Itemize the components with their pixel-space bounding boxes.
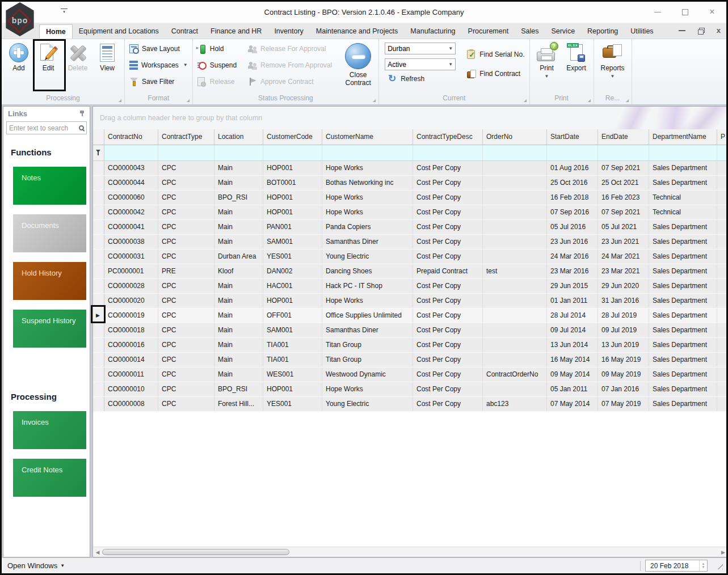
- filter-cell-contract-no[interactable]: [104, 145, 158, 160]
- table-row[interactable]: CO0000044CPCMainBOT0001Bothas Networking…: [93, 176, 726, 191]
- grid-cell-start-date[interactable]: 28 Jul 2014: [547, 308, 598, 323]
- grid-cell-customer-name[interactable]: Hope Works: [322, 382, 413, 396]
- tab-reporting[interactable]: Reporting: [581, 24, 624, 39]
- tab-inventory[interactable]: Inventory: [268, 24, 309, 39]
- grid-cell-customer-name[interactable]: Titan Group: [322, 353, 413, 367]
- row-indicator[interactable]: [93, 367, 104, 382]
- grid-cell-contract-type-desc[interactable]: Cost Per Copy: [413, 191, 483, 205]
- grid-cell-customer-name[interactable]: Hope Works: [322, 205, 413, 219]
- tab-home[interactable]: Home: [39, 24, 73, 39]
- spin-down-icon[interactable]: ▼: [702, 566, 705, 569]
- grid-cell-customer-name[interactable]: Office Supplies Unlimited: [322, 308, 413, 323]
- grid-cell-location[interactable]: Main: [214, 294, 263, 308]
- grid-cell-start-date[interactable]: 16 May 2014: [547, 353, 598, 367]
- filter-cell-department-name[interactable]: [649, 145, 717, 160]
- grid-cell-order-no[interactable]: [483, 191, 547, 205]
- grid-cell-start-date[interactable]: 01 Jan 2011: [547, 294, 598, 308]
- grid-cell-partial[interactable]: [717, 176, 726, 190]
- grid-cell-end-date[interactable]: 29 Jun 2020: [598, 279, 649, 293]
- grid-cell-partial[interactable]: [717, 338, 726, 352]
- grid-cell-department-name[interactable]: Sales Department: [649, 250, 717, 264]
- table-row[interactable]: CO0000042CPCMainHOP001Hope WorksCost Per…: [93, 205, 726, 220]
- grid-cell-start-date[interactable]: 25 Oct 2016: [547, 176, 598, 190]
- grid-cell-contract-no[interactable]: CO0000060: [104, 191, 158, 205]
- grid-cell-contract-no[interactable]: CO0000014: [104, 353, 158, 367]
- grid-cell-order-no[interactable]: [483, 250, 547, 264]
- row-indicator[interactable]: [93, 191, 104, 205]
- grid-cell-contract-type[interactable]: CPC: [158, 250, 214, 264]
- grid-cell-customer-code[interactable]: BOT0001: [263, 176, 322, 190]
- grid-cell-customer-name[interactable]: Samanthas Diner: [322, 235, 413, 249]
- grid-cell-contract-type-desc[interactable]: Cost Per Copy: [413, 176, 483, 190]
- grid-cell-customer-code[interactable]: OFF001: [263, 308, 322, 323]
- grid-cell-contract-type[interactable]: CPC: [158, 323, 214, 337]
- grid-cell-partial[interactable]: [717, 161, 726, 175]
- grid-cell-location[interactable]: Main: [214, 323, 263, 337]
- date-field[interactable]: 20 Feb 2018 ▲ ▼: [645, 560, 708, 572]
- grid-cell-order-no[interactable]: [483, 279, 547, 293]
- maximize-button[interactable]: [679, 6, 691, 18]
- grid-cell-location[interactable]: Main: [214, 176, 263, 190]
- grid-cell-contract-type[interactable]: CPC: [158, 191, 214, 205]
- grid-cell-contract-type[interactable]: CPC: [158, 176, 214, 190]
- grid-cell-end-date[interactable]: 24 Mar 2021: [598, 250, 649, 264]
- grid-cell-end-date[interactable]: 05 Jul 2021: [598, 220, 649, 234]
- table-row[interactable]: CO0000043CPCMainHOP001Hope WorksCost Per…: [93, 161, 726, 176]
- tab-equipment-and-locations[interactable]: Equipment and Locations: [73, 24, 165, 39]
- grid-cell-order-no[interactable]: [483, 294, 547, 308]
- grid-cell-end-date[interactable]: 16 May 2019: [598, 353, 649, 367]
- sidebar-button-suspend-history[interactable]: Suspend History: [13, 310, 86, 348]
- grid-cell-partial[interactable]: [717, 382, 726, 396]
- grid-cell-department-name[interactable]: Sales Department: [649, 235, 717, 249]
- grid-cell-contract-no[interactable]: CO0000018: [104, 323, 158, 337]
- tab-contract[interactable]: Contract: [165, 24, 204, 39]
- grid-cell-contract-type-desc[interactable]: Cost Per Copy: [413, 353, 483, 367]
- row-indicator[interactable]: [93, 250, 104, 264]
- grid-cell-location[interactable]: Main: [214, 220, 263, 234]
- tab-manufacturing[interactable]: Manufacturing: [404, 24, 461, 39]
- grid-cell-location[interactable]: Main: [214, 338, 263, 352]
- grid-cell-department-name[interactable]: Technical: [649, 205, 717, 219]
- export-button[interactable]: XLSX Export: [562, 40, 591, 72]
- sidebar-button-credit-notes[interactable]: Credit Notes: [13, 459, 86, 497]
- search-input[interactable]: [9, 124, 79, 132]
- minimize-button[interactable]: [651, 6, 664, 18]
- grid-cell-contract-type-desc[interactable]: Prepaid Contract: [413, 264, 483, 278]
- filter-cell-contract-type[interactable]: [158, 145, 214, 160]
- tab-maintenance-and-projects[interactable]: Maintenance and Projects: [310, 24, 405, 39]
- table-row[interactable]: CO0000008CPCForest Hill...YES001Young El…: [93, 397, 726, 412]
- grid-cell-contract-no[interactable]: CO0000008: [104, 397, 158, 411]
- grid-cell-contract-type-desc[interactable]: Cost Per Copy: [413, 205, 483, 219]
- grid-cell-contract-type[interactable]: CPC: [158, 308, 214, 323]
- grid-cell-customer-name[interactable]: Hack PC - IT Shop: [322, 279, 413, 293]
- delete-button[interactable]: Delete: [63, 40, 92, 72]
- grid-cell-partial[interactable]: [717, 353, 726, 367]
- grid-cell-end-date[interactable]: 09 Jul 2019: [598, 323, 649, 337]
- row-indicator[interactable]: [93, 264, 104, 278]
- horizontal-scrollbar[interactable]: ◀ ▶: [93, 547, 726, 557]
- grid-cell-customer-code[interactable]: WES001: [263, 367, 322, 382]
- grid-cell-start-date[interactable]: 29 Jun 2015: [547, 279, 598, 293]
- status-dropdown[interactable]: Active ▼: [385, 58, 456, 70]
- grid-cell-customer-code[interactable]: HOP001: [263, 294, 322, 308]
- date-spinner[interactable]: ▲ ▼: [699, 560, 707, 571]
- view-button[interactable]: View: [92, 40, 122, 72]
- grid-cell-department-name[interactable]: Sales Department: [649, 397, 717, 411]
- grid-cell-contract-no[interactable]: CO0000043: [104, 161, 158, 175]
- grid-cell-department-name[interactable]: Sales Department: [649, 279, 717, 293]
- grid-cell-end-date[interactable]: 16 Feb 2023: [598, 191, 649, 205]
- sidebar-button-hold-history[interactable]: Hold History: [13, 262, 86, 300]
- filter-cell-customer-name[interactable]: [322, 145, 413, 160]
- grid-cell-end-date[interactable]: 25 Oct 2021: [598, 176, 649, 190]
- grid-cell-start-date[interactable]: 23 Jun 2016: [547, 235, 598, 249]
- edit-button[interactable]: Edit: [33, 40, 63, 72]
- grid-cell-partial[interactable]: [717, 279, 726, 293]
- column-header-start-date[interactable]: StartDate: [547, 129, 598, 145]
- column-header-contract-no[interactable]: ContractNo: [104, 129, 158, 145]
- table-row[interactable]: CO0000010CPCBPO_RSIHOP001Hope WorksCost …: [93, 382, 726, 397]
- row-indicator[interactable]: [93, 161, 104, 175]
- grid-cell-customer-name[interactable]: Westwood Dynamic: [322, 367, 413, 382]
- grid-cell-customer-name[interactable]: Samanthas Diner: [322, 323, 413, 337]
- grid-cell-contract-type[interactable]: CPC: [158, 220, 214, 234]
- grid-cell-department-name[interactable]: Sales Department: [649, 323, 717, 337]
